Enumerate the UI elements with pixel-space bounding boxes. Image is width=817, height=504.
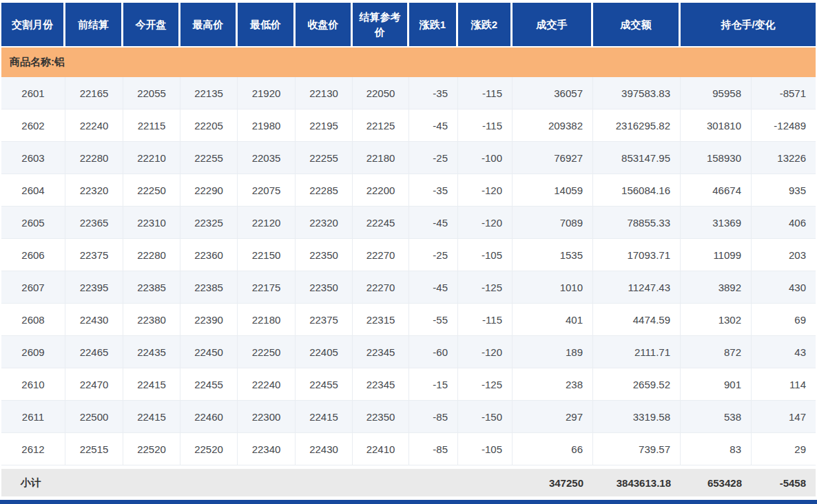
commodity-name: 商品名称:铝 — [1, 48, 816, 77]
col-header-close: 收盘价 — [296, 3, 353, 48]
subtotal-oi-change: -5458 — [752, 465, 816, 496]
cell-high: 22255 — [180, 142, 238, 174]
cell-open_interest: 872 — [681, 336, 752, 368]
cell-settle_ref: 22350 — [353, 401, 409, 433]
cell-turnover: 2659.52 — [593, 368, 681, 401]
cell-close: 22350 — [296, 271, 353, 304]
cell-close: 22350 — [296, 239, 353, 271]
cell-oi_change: 430 — [752, 271, 816, 304]
cell-close: 22415 — [296, 401, 353, 433]
contract-row-2601[interactable]: 2601221652205522135219202213022050-35-11… — [1, 77, 816, 109]
cell-settle_ref: 22200 — [353, 174, 409, 207]
cell-low: 22300 — [238, 401, 296, 433]
cell-volume: 297 — [513, 401, 593, 433]
cell-month: 2611 — [1, 401, 65, 433]
contract-row-2604[interactable]: 2604223202225022290220752228522200-35-12… — [1, 174, 816, 207]
cell-change1: -45 — [409, 109, 458, 142]
cell-oi_change: 147 — [752, 401, 816, 433]
cell-prev_settle: 22465 — [65, 336, 123, 368]
cell-turnover: 4474.59 — [593, 304, 681, 336]
cell-low: 22120 — [238, 207, 296, 239]
cell-turnover: 739.57 — [593, 433, 681, 465]
cell-turnover: 11247.43 — [593, 271, 681, 304]
cell-open: 22520 — [123, 433, 180, 465]
cell-prev_settle: 22395 — [65, 271, 123, 304]
cell-volume: 401 — [513, 304, 593, 336]
subtotal-spacer — [65, 465, 513, 496]
table-header: 交割月份 前结算 今开盘 最高价 最低价 收盘价 结算参考价 涨跌1 涨跌2 成… — [1, 3, 816, 48]
cell-turnover: 17093.71 — [593, 239, 681, 271]
cell-close: 22455 — [296, 368, 353, 401]
contract-row-2608[interactable]: 2608224302238022390221802237522315-55-11… — [1, 304, 816, 336]
cell-low: 22175 — [238, 271, 296, 304]
cell-oi_change: 406 — [752, 207, 816, 239]
contract-row-2602[interactable]: 2602222402211522205219802219522125-45-11… — [1, 109, 816, 142]
cell-change2: -115 — [458, 77, 513, 109]
col-header-change2: 涨跌2 — [458, 3, 513, 48]
cell-open: 22310 — [123, 207, 180, 239]
cell-change1: -35 — [409, 174, 458, 207]
col-header-delivery-month: 交割月份 — [1, 3, 65, 48]
cell-turnover: 2111.71 — [593, 336, 681, 368]
contract-row-2612[interactable]: 2612225152252022520223402243022410-85-10… — [1, 433, 816, 465]
cell-turnover: 78855.33 — [593, 207, 681, 239]
cell-open: 22115 — [123, 109, 180, 142]
cell-close: 22375 — [296, 304, 353, 336]
cell-open_interest: 11099 — [681, 239, 752, 271]
cell-volume: 36057 — [513, 77, 593, 109]
cell-prev_settle: 22470 — [65, 368, 123, 401]
cell-low: 22150 — [238, 239, 296, 271]
cell-open: 22280 — [123, 239, 180, 271]
cell-prev_settle: 22430 — [65, 304, 123, 336]
contract-row-2609[interactable]: 2609224652243522450222502240522345-60-12… — [1, 336, 816, 368]
cell-month: 2602 — [1, 109, 65, 142]
cell-volume: 1535 — [513, 239, 593, 271]
cell-high: 22325 — [180, 207, 238, 239]
subtotal-row: 小计 347250 3843613.18 653428 -5458 — [1, 465, 816, 496]
contract-row-2607[interactable]: 2607223952238522385221752235022270-45-12… — [1, 271, 816, 304]
cell-change1: -85 — [409, 433, 458, 465]
cell-prev_settle: 22280 — [65, 142, 123, 174]
cell-open_interest: 901 — [681, 368, 752, 401]
contract-row-2611[interactable]: 2611225002241522460223002241522350-85-15… — [1, 401, 816, 433]
contract-row-2606[interactable]: 2606223752228022360221502235022270-25-10… — [1, 239, 816, 271]
contract-row-2603[interactable]: 2603222802221022255220352225522180-25-10… — [1, 142, 816, 174]
cell-high: 22135 — [180, 77, 238, 109]
futures-quotes-table: 交割月份 前结算 今开盘 最高价 最低价 收盘价 结算参考价 涨跌1 涨跌2 成… — [1, 3, 816, 496]
cell-open_interest: 158930 — [681, 142, 752, 174]
cell-change1: -55 — [409, 304, 458, 336]
cell-oi_change: -8571 — [752, 77, 816, 109]
cell-close: 22255 — [296, 142, 353, 174]
cell-prev_settle: 22240 — [65, 109, 123, 142]
cell-high: 22290 — [180, 174, 238, 207]
cell-change2: -115 — [458, 109, 513, 142]
cell-change1: -60 — [409, 336, 458, 368]
cell-open: 22250 — [123, 174, 180, 207]
cell-volume: 209382 — [513, 109, 593, 142]
cell-change2: -125 — [458, 368, 513, 401]
cell-settle_ref: 22180 — [353, 142, 409, 174]
cell-month: 2609 — [1, 336, 65, 368]
cell-month: 2607 — [1, 271, 65, 304]
cell-change1: -45 — [409, 271, 458, 304]
cell-month: 2610 — [1, 368, 65, 401]
cell-change1: -45 — [409, 207, 458, 239]
table-body: 商品名称:铝 260122165220552213521920221302205… — [1, 48, 816, 496]
cell-low: 22035 — [238, 142, 296, 174]
cell-oi_change: 29 — [752, 433, 816, 465]
cell-volume: 14059 — [513, 174, 593, 207]
cell-settle_ref: 22270 — [353, 271, 409, 304]
cell-volume: 7089 — [513, 207, 593, 239]
cell-close: 22195 — [296, 109, 353, 142]
contract-row-2605[interactable]: 2605223652231022325221202232022245-45-12… — [1, 207, 816, 239]
subtotal-open-interest: 653428 — [681, 465, 752, 496]
cell-close: 22405 — [296, 336, 353, 368]
cell-open: 22435 — [123, 336, 180, 368]
contract-row-2610[interactable]: 2610224702241522455222402245522345-15-12… — [1, 368, 816, 401]
cell-prev_settle: 22515 — [65, 433, 123, 465]
col-header-open: 今开盘 — [123, 3, 180, 48]
cell-month: 2601 — [1, 77, 65, 109]
cell-turnover: 853147.95 — [593, 142, 681, 174]
cell-change2: -125 — [458, 271, 513, 304]
cell-open_interest: 46674 — [681, 174, 752, 207]
